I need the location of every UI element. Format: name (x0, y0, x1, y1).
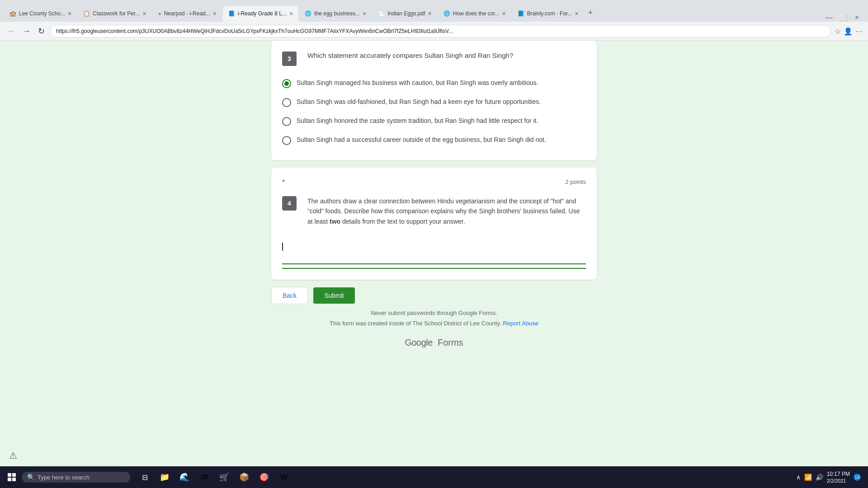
file-explorer-button[interactable]: 📁 (156, 468, 174, 486)
network-icon[interactable]: 📶 (804, 474, 812, 481)
maximize-button[interactable]: ⬜ (840, 14, 848, 21)
warning-icon: ⚠ (9, 450, 17, 461)
browser-chrome: 🏫 Lee County Scho... × 📋 Classwork for P… (0, 0, 868, 41)
tab-close-egg[interactable]: × (363, 10, 366, 17)
tab-close-classwork[interactable]: × (142, 10, 146, 17)
google-wordmark: Google (405, 338, 433, 347)
search-placeholder: Type here to search (38, 474, 90, 481)
question-3-badge: 3 (282, 52, 297, 66)
mail-button[interactable]: ✉ (195, 468, 213, 486)
required-indicator: * (282, 178, 285, 187)
search-icon: 🔍 (27, 474, 35, 481)
tab-howdoes[interactable]: 🌐 How does the cor... × (438, 5, 512, 22)
file-explorer-icon: 📁 (160, 472, 170, 482)
google-forms-logo: Google Forms (405, 338, 463, 348)
option-4-label: Sultan Singh had a successful career out… (297, 135, 546, 145)
taskbar-right: ∧ 📶 🔊 10:17 PM 2/2/2021 19 (796, 471, 864, 483)
form-credit: This form was created inside of The Scho… (330, 320, 538, 327)
word-icon: W (280, 473, 288, 482)
amazon-icon: 🛒 (219, 472, 229, 482)
taskbar-search[interactable]: 🔍 Type here to search (22, 472, 130, 483)
chevron-up-icon[interactable]: ∧ (796, 474, 801, 481)
tab-close-iready[interactable]: × (289, 10, 293, 17)
tab-nearpod[interactable]: ● Nearpod - i-Read... × (152, 5, 222, 22)
report-abuse-link[interactable]: Report Abuse (503, 320, 538, 327)
tab-lee[interactable]: 🏫 Lee County Scho... × (4, 5, 77, 22)
minimize-button[interactable]: — (826, 14, 833, 22)
bookmark-icon[interactable]: ☆ (835, 27, 841, 36)
radio-2[interactable] (282, 98, 291, 107)
edge-taskbar-button[interactable]: 🌊 (175, 468, 193, 486)
option-3[interactable]: Sultan Singh honored the caste system tr… (282, 112, 586, 131)
taskbar: 🔍 Type here to search ⊟ 📁 🌊 ✉ 🛒 📦 🎯 W (0, 466, 868, 488)
windows-icon (8, 473, 16, 481)
option-4[interactable]: Sultan Singh had a successful career out… (282, 131, 586, 150)
back-nav-button[interactable]: ← (5, 25, 17, 38)
tab-close-indian[interactable]: × (428, 10, 432, 17)
question-4-card: * 2 points 4 The authors draw a clear co… (271, 168, 597, 280)
tab-indian[interactable]: 📄 Indian Eggs.pdf × (372, 5, 438, 22)
option-2-label: Sultan Singh was old-fashioned, but Ran … (297, 97, 541, 107)
notification-badge[interactable]: 19 (854, 474, 861, 481)
tab-close-nearpod[interactable]: × (213, 10, 217, 17)
start-button[interactable] (4, 469, 20, 485)
task-view-button[interactable]: ⊟ (136, 468, 154, 486)
app-icon: 🎯 (259, 472, 269, 482)
option-2[interactable]: Sultan Singh was old-fashioned, but Ran … (282, 93, 586, 112)
time-display: 10:17 PM (827, 471, 850, 478)
address-bar: ← → ↻ https://lh5.googleusercontent.com/… (0, 22, 868, 41)
task-view-icon: ⊟ (142, 473, 148, 482)
never-submit-notice: Never submit passwords through Google Fo… (371, 310, 497, 316)
forms-wordmark: Forms (438, 338, 463, 347)
submit-button[interactable]: Submit (313, 287, 355, 304)
question-4-prompt: The authors draw a clear connection betw… (307, 196, 586, 226)
question-4-badge: 4 (282, 196, 297, 211)
unknown-app-button[interactable]: 🎯 (255, 468, 273, 486)
tab-egg[interactable]: 🌐 the egg business... × (299, 5, 372, 22)
new-tab-button[interactable]: + (585, 6, 597, 19)
option-1[interactable]: Sultan Singh managed his business with c… (282, 74, 586, 93)
edge-icon: 🌊 (179, 472, 189, 482)
close-button[interactable]: × (855, 14, 859, 22)
tab-brainly[interactable]: 📘 Brainly.com - For... × (512, 5, 585, 22)
dropbox-button[interactable]: 📦 (235, 468, 253, 486)
profile-icon[interactable]: 👤 (844, 27, 853, 36)
back-button[interactable]: Back (271, 287, 308, 304)
tab-iready[interactable]: 📘 i-Ready Grade 8 L... × (222, 5, 299, 22)
question-3-prompt: Which statement accurately compares Sult… (307, 52, 513, 59)
option-1-label: Sultan Singh managed his business with c… (297, 78, 538, 88)
option-3-label: Sultan Singh honored the caste system tr… (297, 116, 538, 126)
tab-close-brainly[interactable]: × (575, 10, 578, 17)
tab-close-lee[interactable]: × (68, 10, 71, 17)
amazon-button[interactable]: 🛒 (215, 468, 233, 486)
date-display: 2/2/2021 (827, 478, 850, 483)
answer-input[interactable] (282, 253, 586, 264)
radio-1[interactable] (282, 79, 291, 88)
radio-3[interactable] (282, 117, 291, 126)
tab-classwork[interactable]: 📋 Classwork for Per... × (77, 5, 152, 22)
answer-area (282, 237, 586, 269)
tab-close-howdoes[interactable]: × (502, 10, 505, 17)
radio-4[interactable] (282, 136, 291, 145)
reload-button[interactable]: ↻ (36, 24, 47, 38)
form-buttons: Back Submit (271, 287, 597, 304)
url-bar[interactable]: https://lh5.googleusercontent.com/p3UXUO… (50, 25, 831, 38)
clock-display[interactable]: 10:17 PM 2/2/2021 (827, 471, 850, 483)
points-label: 2 points (565, 178, 586, 185)
text-cursor (282, 243, 283, 251)
more-options-icon[interactable]: ⋯ (855, 27, 863, 36)
tab-bar: 🏫 Lee County Scho... × 📋 Classwork for P… (0, 0, 868, 22)
question-3-card: 3 Which statement accurately compares Su… (271, 41, 597, 160)
mail-icon: ✉ (201, 472, 208, 482)
forward-nav-button[interactable]: → (21, 25, 33, 38)
word-button[interactable]: W (275, 468, 293, 486)
main-content: 3 Which statement accurately compares Su… (0, 41, 868, 487)
volume-icon[interactable]: 🔊 (816, 474, 823, 481)
dropbox-icon: 📦 (239, 472, 249, 482)
taskbar-center-icons: ⊟ 📁 🌊 ✉ 🛒 📦 🎯 W (136, 468, 293, 486)
question-4-row: 4 The authors draw a clear connection be… (282, 196, 586, 226)
